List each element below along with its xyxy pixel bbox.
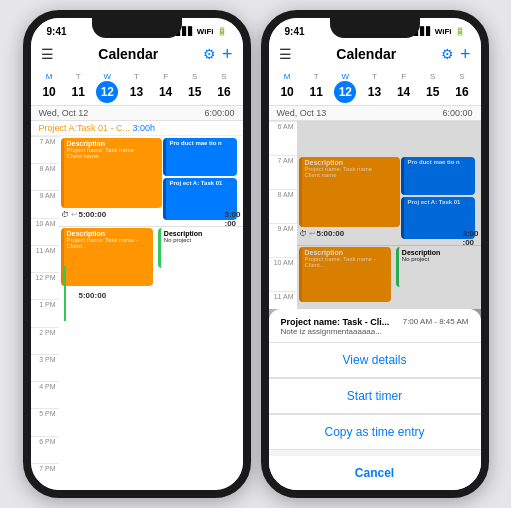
left-time-2pm: 2 PM — [31, 327, 59, 354]
copy-time-entry-button[interactable]: Copy as time entry — [269, 415, 481, 450]
left-time-display-1: 5:00:00 — [79, 210, 107, 219]
right-date-strip: Wed, Oct 13 6:00:00 — [269, 105, 481, 121]
left-time-5pm: 5 PM — [31, 408, 59, 435]
right-header-actions: ⚙ + — [441, 44, 471, 65]
left-time-11am: 11 AM — [31, 245, 59, 272]
right-day-label-thu: T — [372, 72, 377, 81]
left-day-wed[interactable]: W 12 — [94, 72, 120, 103]
left-day-sun[interactable]: S 16 — [211, 72, 237, 103]
left-green-line — [64, 266, 66, 321]
right-day-label-sat: S — [430, 72, 435, 81]
left-project-label: Project A:Task 01 - C... — [39, 123, 133, 133]
right-menu-icon[interactable]: ☰ — [279, 46, 292, 62]
left-day-label-fri: F — [163, 72, 168, 81]
right-plus-icon[interactable]: + — [460, 44, 471, 65]
left-time-12pm: 12 PM — [31, 272, 59, 299]
left-day-num-thu: 13 — [125, 81, 147, 103]
right-day-mon[interactable]: M 10 — [274, 72, 300, 103]
battery-icon: 🔋 — [217, 27, 227, 36]
right-day-sat[interactable]: S 15 — [420, 72, 446, 103]
left-phone-screen: 9:41 ▋▋▋ WiFi 🔋 ☰ Calendar ⚙ + M — [31, 18, 243, 490]
left-day-label-wed: W — [104, 72, 112, 81]
left-event-blue-title-1: Pro duct mae tio n — [169, 140, 234, 146]
left-header-actions: ⚙ + — [203, 44, 233, 65]
right-day-num-tue: 11 — [305, 81, 327, 103]
left-day-thu[interactable]: T 13 — [123, 72, 149, 103]
left-event-description-1[interactable]: Description Project name: Task name Clie… — [61, 138, 162, 208]
right-day-label-tue: T — [314, 72, 319, 81]
left-day-label-sat: S — [192, 72, 197, 81]
left-day-mon[interactable]: M 10 — [36, 72, 62, 103]
left-day-num-fri: 14 — [155, 81, 177, 103]
left-day-num-mon: 10 — [38, 81, 60, 103]
right-phone-notch — [330, 18, 420, 38]
left-clock-icon: ⏱ — [61, 210, 69, 219]
left-header-title: Calendar — [98, 46, 158, 62]
start-timer-button[interactable]: Start timer — [269, 379, 481, 414]
right-day-num-sat: 15 — [422, 81, 444, 103]
left-date-label: Wed, Oct 12 — [39, 108, 89, 118]
right-action-time: 7:00 AM - 8:45 AM — [403, 317, 469, 326]
left-day-label-sun: S — [221, 72, 226, 81]
right-day-sun[interactable]: S 16 — [449, 72, 475, 103]
right-day-fri[interactable]: F 14 — [391, 72, 417, 103]
left-date-strip: Wed, Oct 12 6:00:00 — [31, 105, 243, 121]
left-time-8am: 8 AM — [31, 163, 59, 190]
left-menu-icon[interactable]: ☰ — [41, 46, 54, 62]
left-day-sat[interactable]: S 15 — [182, 72, 208, 103]
left-day-num-tue: 11 — [67, 81, 89, 103]
view-details-button[interactable]: View details — [269, 343, 481, 378]
left-plus-icon[interactable]: + — [222, 44, 233, 65]
left-day-fri[interactable]: F 14 — [153, 72, 179, 103]
right-date-label: Wed, Oct 13 — [277, 108, 327, 118]
right-day-label-wed: W — [342, 72, 350, 81]
left-status-time: 9:41 — [47, 26, 67, 37]
left-event-title-3: Description — [164, 230, 234, 237]
left-gear-icon[interactable]: ⚙ — [203, 46, 216, 62]
right-time-10am: 10 AM — [269, 257, 297, 291]
left-event-description-3[interactable]: Description No project — [158, 228, 237, 268]
left-day-label-mon: M — [46, 72, 53, 81]
right-day-num-wed: 12 — [334, 81, 356, 103]
left-events-area: Description Project name: Task name Clie… — [59, 136, 243, 490]
right-time-6am: 6 AM — [269, 121, 297, 155]
left-day-label-tue: T — [76, 72, 81, 81]
right-day-label-sun: S — [459, 72, 464, 81]
left-event-blue-1[interactable]: Pro duct mae tio n — [163, 138, 237, 176]
cancel-button[interactable]: Cancel — [269, 456, 481, 490]
left-day-num-sun: 16 — [213, 81, 235, 103]
right-day-thu[interactable]: T 13 — [361, 72, 387, 103]
phones-container: 9:41 ▋▋▋ WiFi 🔋 ☰ Calendar ⚙ + M — [13, 0, 499, 508]
left-total-time: 6:00:00 — [204, 108, 234, 118]
left-phone-notch — [92, 18, 182, 38]
right-day-num-fri: 14 — [393, 81, 415, 103]
right-day-label-fri: F — [401, 72, 406, 81]
right-phone-screen: 9:41 ▋▋▋ WiFi 🔋 ☰ Calendar ⚙ + M — [269, 18, 481, 490]
left-time-display-2: 5:00:00 — [79, 291, 107, 300]
left-week-row: M 10 T 11 W 12 T 13 F 14 — [31, 70, 243, 105]
left-phone: 9:41 ▋▋▋ WiFi 🔋 ☰ Calendar ⚙ + M — [23, 10, 251, 498]
left-app-header: ☰ Calendar ⚙ + — [31, 40, 243, 70]
right-day-label-mon: M — [284, 72, 291, 81]
left-status-icons: ▋▋▋ WiFi 🔋 — [176, 27, 227, 36]
left-time-9am: 9 AM — [31, 190, 59, 217]
left-time-col: 7 AM 8 AM 9 AM 10 AM 11 AM 12 PM 1 PM 2 … — [31, 136, 59, 490]
left-event-sub-3: No project — [164, 237, 234, 243]
right-day-tue[interactable]: T 11 — [303, 72, 329, 103]
right-battery-icon: 🔋 — [455, 27, 465, 36]
right-time-7am: 7 AM — [269, 155, 297, 189]
left-event-sub-1b: Client name — [67, 153, 159, 159]
left-event-description-2[interactable]: Description Project name: Task name - Cl… — [61, 228, 153, 286]
right-action-sheet: Project name: Task - Cli... Note iz assi… — [269, 309, 481, 490]
right-gear-icon[interactable]: ⚙ — [441, 46, 454, 62]
left-day-tue[interactable]: T 11 — [65, 72, 91, 103]
right-day-wed[interactable]: W 12 — [332, 72, 358, 103]
right-app-header: ☰ Calendar ⚙ + — [269, 40, 481, 70]
right-action-note: Note iz assignmentaaaaaa... — [281, 327, 390, 336]
right-phone: 9:41 ▋▋▋ WiFi 🔋 ☰ Calendar ⚙ + M — [261, 10, 489, 498]
left-event-blue-title-2: Proj ect A: Task 01 — [169, 180, 234, 186]
right-week-row: M 10 T 11 W 12 T 13 F 14 — [269, 70, 481, 105]
left-day-label-thu: T — [134, 72, 139, 81]
left-time-7am: 7 AM — [31, 136, 59, 163]
right-time-8am: 8 AM — [269, 189, 297, 223]
